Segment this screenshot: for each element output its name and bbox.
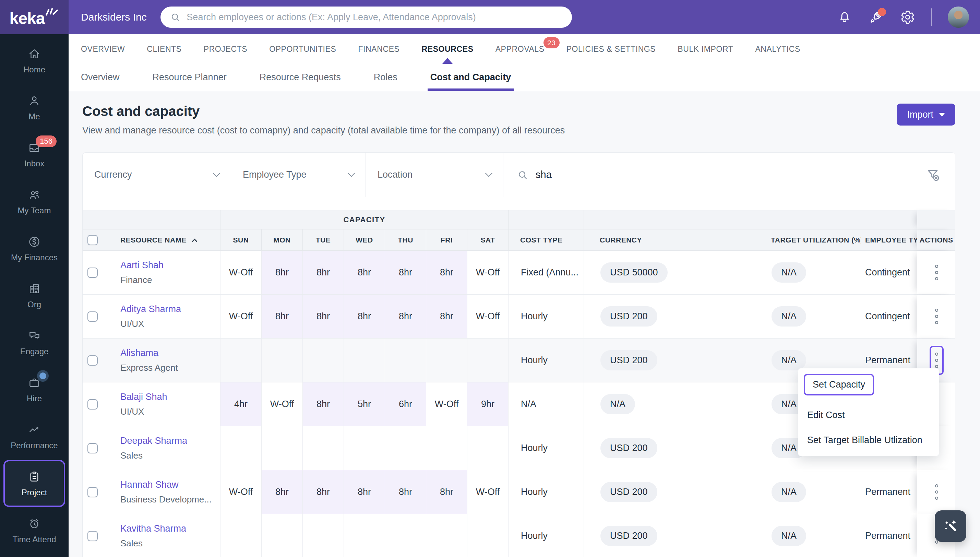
nav-tab-analytics[interactable]: ANALYTICS (755, 34, 800, 64)
subnav-tab-resource-planner[interactable]: Resource Planner (153, 64, 227, 91)
capacity-day-cell: W-Off (221, 295, 262, 338)
notifications-button[interactable] (837, 9, 852, 25)
sidebar-item-performance[interactable]: Performance (0, 413, 68, 460)
group-spacer (766, 210, 861, 229)
currency-pill: USD 200 (600, 526, 657, 546)
capacity-day-cell: 8hr (426, 295, 467, 338)
sidebar-item-time-attend[interactable]: Time Attend (0, 507, 68, 554)
row-kebab-menu-button[interactable] (930, 302, 944, 331)
sidebar-item-inbox[interactable]: 156Inbox (0, 131, 68, 178)
row-kebab-menu-button[interactable] (930, 258, 944, 287)
menu-item-set-target-billable-utlization[interactable]: Set Target Billable Utlization (804, 435, 933, 446)
settings-button[interactable] (900, 9, 915, 25)
capacity-day-cell (221, 339, 262, 382)
filter-select-currency[interactable]: Currency (83, 153, 231, 197)
capacity-day-cell: 8hr (262, 295, 303, 338)
clear-filters-icon[interactable] (925, 168, 941, 182)
select-all-checkbox[interactable] (88, 235, 98, 245)
capacity-day-cell (385, 339, 426, 382)
filter-select-employee-type[interactable]: Employee Type (231, 153, 366, 197)
target-utilization-pill: N/A (772, 482, 806, 502)
sidebar-item-label: Time Attend (12, 535, 56, 544)
sidebar-item-home[interactable]: Home (0, 37, 68, 84)
capacity-day-cell (262, 514, 303, 557)
resource-name-link[interactable]: Deepak Sharma (120, 436, 187, 446)
resource-name-link[interactable]: Aarti Shah (120, 260, 164, 270)
target-utilization-cell: N/A (766, 295, 861, 338)
nav-tab-clients[interactable]: CLIENTS (147, 34, 181, 64)
app-logo[interactable]: keka (0, 0, 68, 34)
menu-item-edit-cost[interactable]: Edit Cost (804, 410, 933, 420)
subnav-tab-roles[interactable]: Roles (374, 64, 397, 91)
nav-tab-projects[interactable]: PROJECTS (204, 34, 247, 64)
resource-name-link[interactable]: Aditya Sharma (120, 304, 181, 314)
resource-cell: Deepak SharmaSales (83, 426, 221, 470)
page-title: Cost and capacity (82, 104, 565, 119)
row-checkbox[interactable] (88, 311, 98, 322)
capacity-day-cell (385, 426, 426, 470)
capacity-day-cell (426, 514, 467, 557)
user-avatar[interactable] (948, 7, 969, 28)
caret-down-icon (939, 113, 945, 117)
nav-tab-resources[interactable]: RESOURCES (422, 34, 473, 64)
sidebar-item-org[interactable]: Org (0, 272, 68, 319)
capacity-day-cell (344, 426, 385, 470)
resource-name-link[interactable]: Balaji Shah (120, 392, 167, 402)
magic-wand-icon (942, 517, 959, 535)
sidebar-item-my-finances[interactable]: My Finances (0, 225, 68, 272)
row-kebab-menu-button[interactable] (930, 477, 944, 507)
sidebar-item-me[interactable]: Me (0, 84, 68, 131)
resource-name-link[interactable]: Hannah Shaw (120, 479, 211, 490)
employee-type-value: Permanent (865, 531, 910, 541)
row-checkbox[interactable] (88, 267, 98, 278)
capacity-day-cell: 8hr (385, 251, 426, 294)
currency-pill: USD 200 (600, 350, 657, 370)
capacity-day-cell (344, 514, 385, 557)
whats-new-button[interactable] (868, 9, 884, 25)
sidebar-item-hire[interactable]: Hire (0, 366, 68, 413)
table-search-input[interactable] (536, 169, 918, 181)
inbox-icon: 156 (28, 141, 41, 155)
nav-tab-bulk-import[interactable]: BULK IMPORT (678, 34, 733, 64)
resource-cell: Hannah ShawBusiness Developme... (83, 470, 221, 514)
row-checkbox[interactable] (88, 531, 98, 541)
nav-tab-finances[interactable]: FINANCES (358, 34, 400, 64)
nav-tab-label: FINANCES (358, 45, 400, 54)
table-row: Aarti ShahFinanceW-Off8hr8hr8hr8hr8hrW-O… (83, 251, 955, 295)
capacity-day-cell: 9hr (467, 383, 509, 426)
sidebar-item-engage[interactable]: Engage (0, 319, 68, 366)
import-button[interactable]: Import (897, 104, 955, 125)
row-actions-cell (917, 251, 955, 294)
nav-tab-overview[interactable]: OVERVIEW (81, 34, 125, 64)
target-utilization-pill: N/A (772, 306, 806, 327)
row-checkbox[interactable] (88, 443, 98, 453)
nav-tab-opportunities[interactable]: OPPORTUNITIES (269, 34, 336, 64)
capacity-day-cell: 6hr (385, 383, 426, 426)
filter-select-location[interactable]: Location (366, 153, 503, 197)
capacity-day-cell (467, 339, 509, 382)
table-header-row: RESOURCE NAMESUNMONTUEWEDTHUFRISATCOST T… (83, 230, 955, 251)
resource-name-link[interactable]: Kavitha Sharma (120, 523, 186, 534)
subnav-tab-cost-and-capacity[interactable]: Cost and Capacity (430, 64, 511, 91)
row-checkbox[interactable] (88, 355, 98, 366)
subnav-tab-label: Resource Planner (153, 72, 227, 83)
global-search-input[interactable] (187, 12, 562, 23)
menu-item-set-capacity[interactable]: Set Capacity (804, 374, 874, 396)
capacity-day-cell: 8hr (303, 470, 344, 514)
row-checkbox[interactable] (88, 487, 98, 497)
nav-tab-approvals[interactable]: APPROVALS23 (496, 34, 544, 64)
page-content: Cost and capacity View and manage resour… (68, 91, 980, 557)
global-search[interactable] (161, 7, 572, 28)
resource-name-link[interactable]: Alishama (120, 348, 178, 358)
assistant-wand-button[interactable] (935, 510, 966, 542)
resource-role: Finance (120, 275, 164, 285)
sort-ascending-icon[interactable] (192, 239, 198, 244)
subnav-tab-resource-requests[interactable]: Resource Requests (260, 64, 341, 91)
capacity-group-label: CAPACITY (221, 210, 509, 229)
target-utilization-cell: N/A (766, 251, 861, 294)
sidebar-item-project[interactable]: Project (3, 460, 65, 507)
nav-tab-policies-settings[interactable]: POLICIES & SETTINGS (566, 34, 656, 64)
sidebar-item-my-team[interactable]: My Team (0, 178, 68, 225)
row-checkbox[interactable] (88, 399, 98, 409)
subnav-tab-overview[interactable]: Overview (81, 64, 120, 91)
